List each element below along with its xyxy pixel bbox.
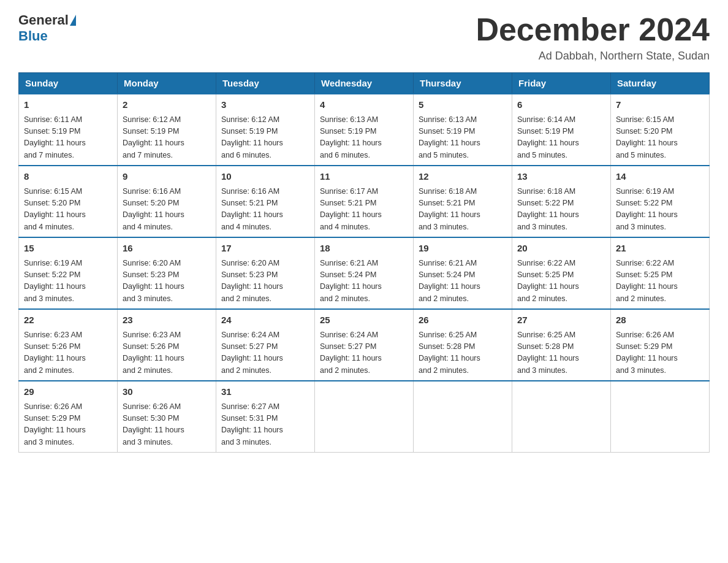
calendar-cell: 26 Sunrise: 6:25 AMSunset: 5:28 PMDaylig… [414, 309, 512, 381]
day-number: 26 [419, 313, 507, 327]
col-tuesday: Tuesday [216, 73, 315, 94]
day-info: Sunrise: 6:25 AMSunset: 5:28 PMDaylight:… [517, 331, 579, 375]
day-info: Sunrise: 6:17 AMSunset: 5:21 PMDaylight:… [320, 187, 382, 231]
day-number: 5 [419, 98, 507, 112]
day-number: 28 [616, 313, 704, 327]
day-info: Sunrise: 6:13 AMSunset: 5:19 PMDaylight:… [320, 115, 382, 159]
day-number: 3 [221, 98, 309, 112]
day-info: Sunrise: 6:18 AMSunset: 5:22 PMDaylight:… [517, 187, 579, 231]
day-info: Sunrise: 6:22 AMSunset: 5:25 PMDaylight:… [517, 259, 579, 303]
day-info: Sunrise: 6:19 AMSunset: 5:22 PMDaylight:… [24, 259, 86, 303]
day-info: Sunrise: 6:14 AMSunset: 5:19 PMDaylight:… [517, 115, 579, 159]
day-info: Sunrise: 6:20 AMSunset: 5:23 PMDaylight:… [221, 259, 283, 303]
calendar-cell: 3 Sunrise: 6:12 AMSunset: 5:19 PMDayligh… [216, 94, 315, 166]
calendar-cell [512, 381, 611, 453]
day-info: Sunrise: 6:12 AMSunset: 5:19 PMDaylight:… [221, 115, 283, 159]
day-number: 12 [419, 170, 507, 184]
day-number: 4 [320, 98, 408, 112]
day-number: 9 [123, 170, 211, 184]
day-info: Sunrise: 6:26 AMSunset: 5:29 PMDaylight:… [616, 331, 678, 375]
calendar-cell: 27 Sunrise: 6:25 AMSunset: 5:28 PMDaylig… [512, 309, 611, 381]
day-number: 14 [616, 170, 704, 184]
calendar-cell: 22 Sunrise: 6:23 AMSunset: 5:26 PMDaylig… [19, 309, 118, 381]
col-sunday: Sunday [19, 73, 118, 94]
calendar-cell: 15 Sunrise: 6:19 AMSunset: 5:22 PMDaylig… [19, 237, 118, 309]
calendar-header-row: Sunday Monday Tuesday Wednesday Thursday… [19, 73, 710, 94]
col-monday: Monday [118, 73, 216, 94]
day-info: Sunrise: 6:25 AMSunset: 5:28 PMDaylight:… [419, 331, 480, 375]
calendar-cell: 11 Sunrise: 6:17 AMSunset: 5:21 PMDaylig… [315, 166, 414, 237]
calendar-cell [611, 381, 710, 453]
calendar-cell [414, 381, 512, 453]
day-number: 30 [123, 385, 211, 399]
day-number: 2 [123, 98, 211, 112]
page-header: General Blue December 2024 Ad Dabbah, No… [18, 12, 710, 63]
day-info: Sunrise: 6:18 AMSunset: 5:21 PMDaylight:… [419, 187, 480, 231]
col-thursday: Thursday [414, 73, 512, 94]
day-info: Sunrise: 6:26 AMSunset: 5:30 PMDaylight:… [123, 402, 184, 446]
day-number: 29 [24, 385, 112, 399]
day-number: 17 [221, 242, 309, 256]
calendar-cell: 8 Sunrise: 6:15 AMSunset: 5:20 PMDayligh… [19, 166, 118, 237]
day-number: 23 [123, 313, 211, 327]
logo-triangle-icon [70, 15, 76, 26]
calendar-week-row: 29 Sunrise: 6:26 AMSunset: 5:29 PMDaylig… [19, 381, 710, 453]
day-info: Sunrise: 6:26 AMSunset: 5:29 PMDaylight:… [24, 402, 86, 446]
day-info: Sunrise: 6:21 AMSunset: 5:24 PMDaylight:… [419, 259, 480, 303]
month-title: December 2024 [476, 12, 710, 47]
calendar-cell: 28 Sunrise: 6:26 AMSunset: 5:29 PMDaylig… [611, 309, 710, 381]
calendar-cell: 29 Sunrise: 6:26 AMSunset: 5:29 PMDaylig… [19, 381, 118, 453]
day-info: Sunrise: 6:24 AMSunset: 5:27 PMDaylight:… [320, 331, 382, 375]
day-number: 8 [24, 170, 112, 184]
day-number: 1 [24, 98, 112, 112]
day-number: 22 [24, 313, 112, 327]
calendar-cell: 24 Sunrise: 6:24 AMSunset: 5:27 PMDaylig… [216, 309, 315, 381]
day-info: Sunrise: 6:15 AMSunset: 5:20 PMDaylight:… [24, 187, 86, 231]
calendar-cell: 10 Sunrise: 6:16 AMSunset: 5:21 PMDaylig… [216, 166, 315, 237]
day-number: 7 [616, 98, 704, 112]
day-info: Sunrise: 6:22 AMSunset: 5:25 PMDaylight:… [616, 259, 678, 303]
calendar-cell: 14 Sunrise: 6:19 AMSunset: 5:22 PMDaylig… [611, 166, 710, 237]
calendar-cell: 18 Sunrise: 6:21 AMSunset: 5:24 PMDaylig… [315, 237, 414, 309]
calendar-cell: 4 Sunrise: 6:13 AMSunset: 5:19 PMDayligh… [315, 94, 414, 166]
col-saturday: Saturday [611, 73, 710, 94]
col-friday: Friday [512, 73, 611, 94]
calendar-cell: 20 Sunrise: 6:22 AMSunset: 5:25 PMDaylig… [512, 237, 611, 309]
day-info: Sunrise: 6:16 AMSunset: 5:21 PMDaylight:… [221, 187, 283, 231]
calendar-cell: 30 Sunrise: 6:26 AMSunset: 5:30 PMDaylig… [118, 381, 216, 453]
location-subtitle: Ad Dabbah, Northern State, Sudan [476, 50, 710, 63]
day-number: 25 [320, 313, 408, 327]
day-number: 6 [517, 98, 605, 112]
day-info: Sunrise: 6:12 AMSunset: 5:19 PMDaylight:… [123, 115, 184, 159]
day-info: Sunrise: 6:20 AMSunset: 5:23 PMDaylight:… [123, 259, 184, 303]
day-info: Sunrise: 6:15 AMSunset: 5:20 PMDaylight:… [616, 115, 678, 159]
day-info: Sunrise: 6:23 AMSunset: 5:26 PMDaylight:… [123, 331, 184, 375]
calendar-cell: 19 Sunrise: 6:21 AMSunset: 5:24 PMDaylig… [414, 237, 512, 309]
logo: General Blue [18, 12, 76, 44]
day-number: 18 [320, 242, 408, 256]
calendar-cell: 25 Sunrise: 6:24 AMSunset: 5:27 PMDaylig… [315, 309, 414, 381]
calendar-cell: 6 Sunrise: 6:14 AMSunset: 5:19 PMDayligh… [512, 94, 611, 166]
calendar-cell: 21 Sunrise: 6:22 AMSunset: 5:25 PMDaylig… [611, 237, 710, 309]
calendar-cell: 7 Sunrise: 6:15 AMSunset: 5:20 PMDayligh… [611, 94, 710, 166]
calendar-cell [315, 381, 414, 453]
day-number: 11 [320, 170, 408, 184]
day-number: 19 [419, 242, 507, 256]
day-number: 21 [616, 242, 704, 256]
day-number: 13 [517, 170, 605, 184]
day-info: Sunrise: 6:13 AMSunset: 5:19 PMDaylight:… [419, 115, 480, 159]
logo-blue-text: Blue [18, 28, 48, 44]
day-number: 20 [517, 242, 605, 256]
day-info: Sunrise: 6:21 AMSunset: 5:24 PMDaylight:… [320, 259, 382, 303]
calendar-cell: 13 Sunrise: 6:18 AMSunset: 5:22 PMDaylig… [512, 166, 611, 237]
day-number: 10 [221, 170, 309, 184]
day-info: Sunrise: 6:23 AMSunset: 5:26 PMDaylight:… [24, 331, 86, 375]
day-number: 15 [24, 242, 112, 256]
day-info: Sunrise: 6:27 AMSunset: 5:31 PMDaylight:… [221, 402, 283, 446]
calendar-week-row: 8 Sunrise: 6:15 AMSunset: 5:20 PMDayligh… [19, 166, 710, 237]
day-number: 24 [221, 313, 309, 327]
calendar-cell: 12 Sunrise: 6:18 AMSunset: 5:21 PMDaylig… [414, 166, 512, 237]
calendar-week-row: 15 Sunrise: 6:19 AMSunset: 5:22 PMDaylig… [19, 237, 710, 309]
day-number: 16 [123, 242, 211, 256]
calendar-cell: 1 Sunrise: 6:11 AMSunset: 5:19 PMDayligh… [19, 94, 118, 166]
